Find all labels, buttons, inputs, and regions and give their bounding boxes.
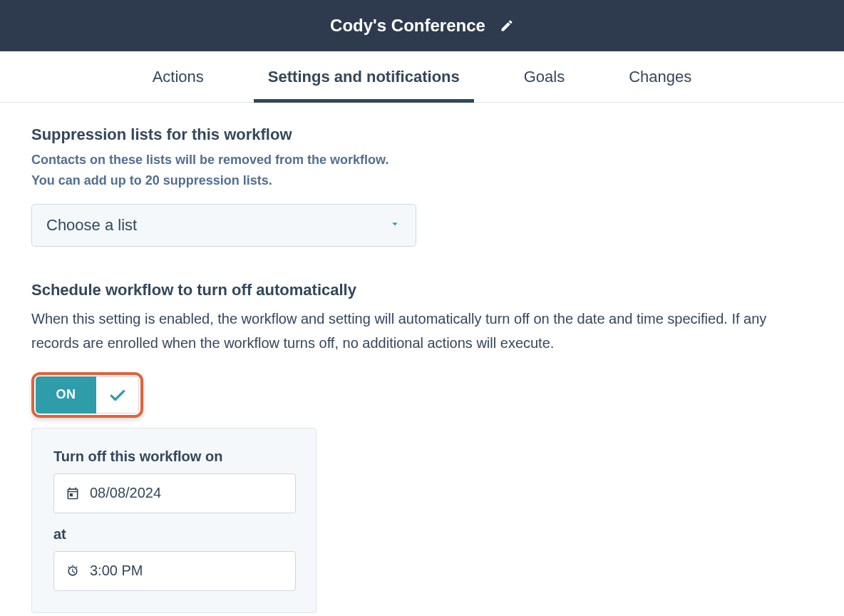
turn-off-time-input[interactable]: 3:00 PM (53, 551, 296, 591)
suppression-desc-1: Contacts on these lists will be removed … (31, 150, 813, 170)
turn-off-date-label: Turn off this workflow on (53, 448, 294, 465)
main-content: Suppression lists for this workflow Cont… (0, 103, 844, 616)
tab-settings-and-notifications[interactable]: Settings and notifications (268, 52, 460, 102)
schedule-desc: When this setting is enabled, the workfl… (31, 307, 813, 355)
calendar-icon (66, 486, 80, 500)
clock-icon (66, 564, 80, 578)
dropdown-label: Choose a list (46, 216, 137, 235)
page-title: Cody's Conference (330, 16, 485, 36)
toggle-on-label: ON (36, 376, 96, 414)
schedule-section: Schedule workflow to turn off automatica… (31, 281, 813, 613)
turn-off-time-value: 3:00 PM (90, 563, 143, 579)
caret-down-icon (388, 217, 401, 233)
suppression-list-dropdown[interactable]: Choose a list (31, 204, 416, 247)
schedule-toggle[interactable]: ON (36, 376, 139, 414)
pencil-icon (500, 19, 514, 33)
suppression-desc-2: You can add up to 20 suppression lists. (31, 170, 813, 191)
turn-off-date-value: 08/08/2024 (90, 485, 161, 501)
toggle-knob (96, 376, 139, 414)
suppression-title: Suppression lists for this workflow (31, 125, 813, 144)
toggle-highlight: ON (31, 372, 143, 418)
edit-title-button[interactable] (500, 19, 514, 33)
suppression-section: Suppression lists for this workflow Cont… (31, 125, 813, 247)
turn-off-date-input[interactable]: 08/08/2024 (53, 473, 296, 513)
schedule-panel: Turn off this workflow on 08/08/2024 at … (31, 428, 316, 613)
turn-off-time-label: at (53, 526, 294, 543)
tab-goals[interactable]: Goals (524, 52, 565, 102)
tabs-bar: Actions Settings and notifications Goals… (0, 51, 844, 103)
tab-changes[interactable]: Changes (629, 52, 691, 102)
schedule-title: Schedule workflow to turn off automatica… (31, 281, 813, 299)
header-bar: Cody's Conference (0, 0, 844, 51)
check-icon (108, 386, 127, 404)
tab-actions[interactable]: Actions (153, 52, 204, 102)
